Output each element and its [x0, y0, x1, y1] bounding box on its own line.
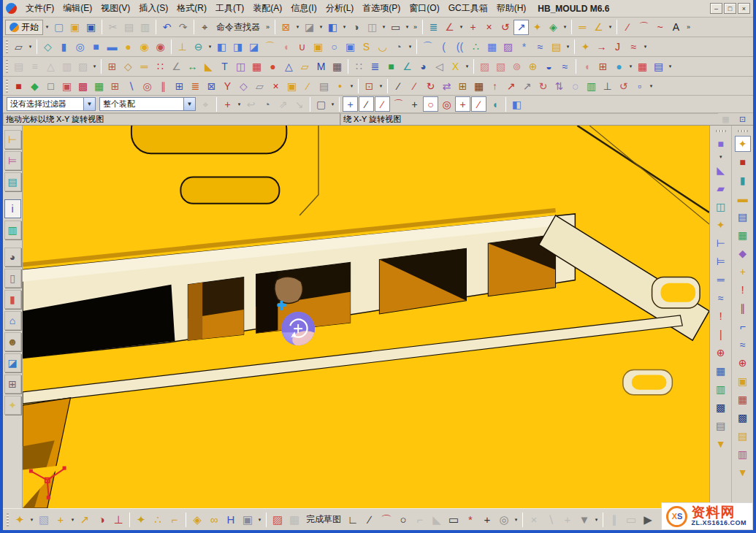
- dropdown-arrow-icon[interactable]: ▾: [91, 64, 98, 69]
- calculator-icon[interactable]: ▦: [329, 59, 345, 74]
- snap-point-toggle-icon[interactable]: +: [220, 96, 235, 112]
- blend-face-icon[interactable]: ◡: [375, 39, 390, 55]
- show-constraints-icon[interactable]: ∥: [606, 512, 622, 528]
- bounded-plane-icon[interactable]: ▤: [549, 39, 564, 55]
- through-curves-icon[interactable]: ▦: [484, 39, 500, 55]
- point-set-icon[interactable]: ∴: [468, 39, 484, 55]
- sketch-icon[interactable]: ▱: [11, 39, 26, 55]
- dropdown-arrow-icon[interactable]: ▾: [642, 44, 649, 50]
- dark-grid-icon[interactable]: ▩: [713, 399, 729, 415]
- minimize-button[interactable]: –: [710, 3, 722, 14]
- spline-measure-icon[interactable]: ≈: [713, 290, 729, 306]
- info-center-icon[interactable]: i: [4, 199, 21, 218]
- flat-plane-icon[interactable]: ▱: [252, 78, 267, 93]
- assembly-constraints-icon[interactable]: ⊥: [110, 512, 126, 528]
- analysis-menu[interactable]: 分析(L): [321, 1, 359, 15]
- sketch-fillet-icon[interactable]: ⌐: [412, 512, 428, 528]
- open-file-icon[interactable]: ▣: [67, 20, 83, 35]
- dimension-1-icon[interactable]: ⊢: [713, 235, 729, 251]
- move-face-icon[interactable]: ✦: [578, 39, 593, 55]
- gc-toolbox-menu[interactable]: GC工具箱: [444, 1, 492, 15]
- sketch-circle-icon[interactable]: ○: [395, 512, 411, 528]
- align-top-icon[interactable]: ↑: [487, 78, 503, 93]
- update-delay-icon[interactable]: X: [448, 59, 463, 74]
- folder-options-icon[interactable]: ▣: [284, 78, 299, 93]
- substitute-component-icon[interactable]: ⌐: [167, 512, 183, 528]
- graphics-window[interactable]: [23, 126, 709, 508]
- wireframe-box-icon[interactable]: □: [43, 78, 58, 93]
- ruled-surface-icon[interactable]: ▨: [500, 39, 516, 55]
- dropdown-arrow-icon[interactable]: ▾: [593, 517, 600, 523]
- edit-menu[interactable]: 编辑(E): [58, 1, 96, 15]
- add-component-icon[interactable]: +: [53, 512, 69, 528]
- revolve-icon[interactable]: ◎: [72, 39, 88, 55]
- cavity-check-icon[interactable]: ▦: [735, 391, 751, 407]
- vector-arrow2-icon[interactable]: ↗: [519, 78, 535, 93]
- constraint-tool-icon[interactable]: ▼: [576, 512, 592, 528]
- wcs-rotate-icon[interactable]: ↺: [497, 20, 513, 35]
- tolerance-icon[interactable]: ▤: [316, 78, 332, 93]
- snap-point-on-line-icon[interactable]: ∕: [471, 96, 486, 112]
- sketch-arc-icon[interactable]: ⌒: [378, 512, 394, 528]
- circular-reference-icon[interactable]: ◌: [568, 78, 583, 93]
- extend-sketch-icon[interactable]: ▭: [623, 512, 639, 528]
- box-diagonal-icon[interactable]: ⊠: [204, 78, 219, 93]
- cleanup-icon[interactable]: ∕: [300, 78, 316, 93]
- face-analysis-icon[interactable]: ▱: [297, 59, 313, 74]
- edge-blend-icon[interactable]: ⌒: [262, 39, 278, 55]
- swept-icon[interactable]: ⌒: [420, 39, 435, 55]
- start-button[interactable]: 开始: [5, 20, 43, 35]
- constraint-navigator-icon[interactable]: ⊨: [4, 151, 21, 170]
- n-sided-surface-icon[interactable]: *: [516, 39, 532, 55]
- key-icon[interactable]: ✦: [530, 20, 545, 35]
- information-menu[interactable]: 信息(I): [286, 1, 321, 15]
- curve-shell-icon[interactable]: ◫: [233, 59, 248, 74]
- dropdown-arrow-icon[interactable]: ▾: [69, 517, 76, 523]
- offset-curve-icon[interactable]: ◎: [496, 512, 512, 528]
- reflection-analysis-icon[interactable]: ⊚: [509, 59, 524, 74]
- render-style-icon[interactable]: ◪: [302, 20, 317, 35]
- visualization-icon[interactable]: ▮: [4, 290, 21, 309]
- sketch-grid-icon[interactable]: ▦: [286, 512, 302, 528]
- sphere-icon[interactable]: ●: [121, 39, 136, 55]
- ejector-pin-icon[interactable]: ◆: [735, 245, 751, 261]
- layer-settings-icon[interactable]: ≣: [426, 20, 441, 35]
- move-component-tool-icon[interactable]: ■: [713, 136, 729, 152]
- background-swatch-icon[interactable]: ▭: [388, 20, 403, 35]
- rotate-object-icon[interactable]: ↻: [423, 78, 438, 93]
- save-icon[interactable]: ▣: [83, 20, 99, 35]
- wcs-dynamics-icon[interactable]: ×: [481, 20, 497, 35]
- toolbar-grip[interactable]: [738, 130, 748, 132]
- tube-icon[interactable]: ∪: [294, 39, 310, 55]
- toolbar-grip[interactable]: [6, 80, 8, 93]
- layer-colors-icon[interactable]: ≣: [188, 78, 203, 93]
- ring-icon[interactable]: ○: [327, 39, 342, 55]
- palettes-icon[interactable]: ▯: [4, 269, 21, 288]
- subtract-icon[interactable]: ◨: [230, 39, 245, 55]
- find-in-assembly-icon[interactable]: ⌖: [198, 96, 213, 112]
- note-red-icon[interactable]: !: [713, 308, 729, 324]
- restore-button[interactable]: □: [724, 3, 736, 14]
- parallel-lines-icon[interactable]: ∥: [156, 78, 171, 93]
- table-view-icon[interactable]: ▥: [713, 381, 729, 397]
- slope-analysis-icon[interactable]: △: [281, 59, 297, 74]
- extrude-icon[interactable]: ▮: [56, 39, 72, 55]
- sketch-polygon-icon[interactable]: *: [462, 512, 478, 528]
- rotate-copy-icon[interactable]: ↻: [535, 78, 551, 93]
- chevron-down-icon[interactable]: ▼: [83, 98, 95, 110]
- snap-on-curve-icon[interactable]: ∕: [375, 96, 390, 112]
- templates-icon[interactable]: ✦: [4, 396, 21, 415]
- dropdown-arrow-icon[interactable]: ▾: [381, 24, 387, 30]
- gate-icon[interactable]: ⌐: [735, 318, 751, 334]
- resize-face-icon[interactable]: ≈: [626, 39, 641, 55]
- make-corner-icon[interactable]: +: [560, 512, 576, 528]
- marquee-select-icon[interactable]: ▢: [313, 96, 329, 112]
- measure-plane-icon[interactable]: ◇: [121, 59, 136, 74]
- pin-tool-icon[interactable]: ▼: [713, 436, 729, 452]
- dropdown-arrow-icon[interactable]: ▾: [341, 24, 348, 30]
- toolbar-overflow-button[interactable]: »: [411, 23, 419, 31]
- sweep-guide-icon[interactable]: ((: [452, 39, 467, 55]
- ruler-tool-icon[interactable]: ═: [713, 272, 729, 288]
- dropdown-arrow-icon[interactable]: ▾: [28, 517, 35, 523]
- thickness-check-icon[interactable]: ⊞: [595, 59, 611, 74]
